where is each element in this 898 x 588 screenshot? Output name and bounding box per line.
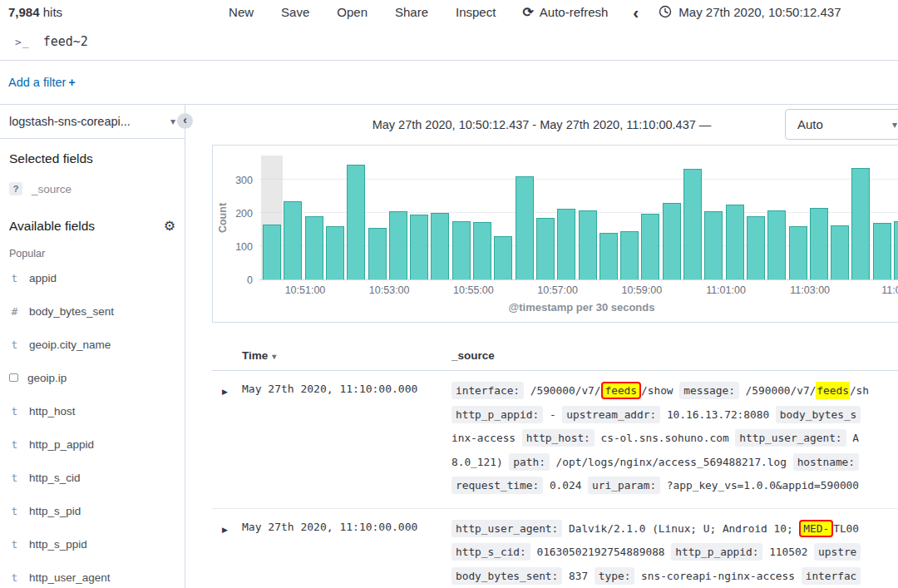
field-badge: http_s_cid: [451, 543, 530, 561]
field-badge: interfac [802, 567, 861, 585]
string-type-icon: t [9, 272, 20, 284]
x-tick: 11:05 [881, 284, 898, 296]
table-body: ▶May 27th 2020, 11:10:00.000interface: /… [212, 371, 898, 588]
y-tick: 100 [235, 241, 253, 253]
time-picker-button[interactable]: May 27th 2020, 10:50:12.437 [659, 5, 841, 19]
field-appid[interactable]: tappid [0, 261, 185, 294]
field-badge: body_bytes_s [776, 406, 861, 423]
histogram-bar[interactable] [368, 228, 387, 279]
field-http_host[interactable]: thttp_host [0, 394, 185, 427]
histogram-bar[interactable] [831, 225, 849, 279]
field-http_s_cid[interactable]: thttp_s_cid [0, 461, 185, 494]
auto-refresh-button[interactable]: ⟳ Auto-refresh [522, 4, 608, 20]
histogram-bar[interactable] [557, 209, 575, 279]
chevron-down-icon: ▾ [170, 116, 175, 127]
x-tick: 10:57:00 [537, 284, 578, 296]
histogram-bar[interactable] [389, 211, 407, 279]
menu-share[interactable]: Share [395, 5, 428, 19]
string-type-icon: t [9, 405, 20, 418]
expand-row-button[interactable]: ▶ [212, 517, 242, 588]
time-column-header[interactable]: Time▾ [242, 349, 451, 362]
field-http_p_appid[interactable]: thttp_p_appid [0, 427, 185, 461]
histogram-bar[interactable] [873, 223, 891, 279]
histogram-bar[interactable] [663, 203, 681, 279]
histogram-bar[interactable] [789, 226, 807, 279]
source-text: 110502 [762, 546, 814, 558]
histogram-bar[interactable] [851, 168, 870, 279]
histogram-bar[interactable] [305, 216, 323, 279]
main-panel: ‹ May 27th 2020, 10:50:12.437 - May 27th… [185, 105, 898, 588]
field-body_bytes_sent[interactable]: #body_bytes_sent [0, 294, 185, 328]
source-text: - [543, 408, 562, 421]
histogram-bar[interactable] [641, 214, 659, 279]
histogram-bar[interactable] [683, 169, 702, 279]
histogram-bar[interactable] [810, 208, 828, 279]
field-http_user_agent[interactable]: thttp_user_agent [0, 561, 185, 588]
histogram-bar[interactable] [767, 210, 786, 279]
interval-select[interactable]: Auto ▾ [785, 109, 898, 140]
y-axis: Count 0100200300 [213, 156, 259, 280]
source-text: /sh [850, 384, 869, 397]
highlighted-term: MED- [799, 520, 833, 537]
field-badge: upstream_addr: [562, 406, 660, 423]
popular-field-list: tappid#body_bytes_senttgeoip.city_namege… [0, 261, 185, 588]
number-type-icon: # [9, 305, 20, 318]
chart-time-range-label: May 27th 2020, 10:50:12.437 - May 27th 2… [373, 118, 712, 131]
histogram-bar[interactable] [747, 216, 765, 279]
sort-descending-icon: ▾ [272, 352, 276, 361]
time-picker-label: May 27th 2020, 10:50:12.437 [678, 5, 841, 19]
string-type-icon: t [9, 505, 20, 517]
histogram-bar[interactable] [410, 215, 428, 279]
string-type-icon: t [9, 438, 20, 451]
histogram-bar[interactable] [704, 211, 723, 279]
gear-icon[interactable]: ⚙ [164, 218, 175, 234]
field-http_s_ppid[interactable]: thttp_s_ppid [0, 527, 185, 561]
menu-new[interactable]: New [229, 5, 254, 19]
index-pattern-label: logstash-sns-coreapi... [9, 115, 131, 128]
histogram-bar[interactable] [263, 225, 281, 279]
menu-inspect[interactable]: Inspect [456, 5, 496, 19]
field-_source[interactable]: ?_source [0, 172, 185, 205]
collapse-sidebar-button[interactable]: ‹ [177, 113, 193, 129]
source-text: TL00 [833, 522, 859, 535]
histogram-bar[interactable] [536, 218, 555, 279]
clock-icon [659, 5, 672, 18]
source-text: 837 [562, 570, 595, 582]
filter-bar: Add a filter+ [0, 61, 898, 105]
x-axis: 10:51:0010:53:0010:55:0010:57:0010:59:00… [259, 280, 898, 299]
histogram-bar[interactable] [473, 222, 491, 279]
menu-save[interactable]: Save [281, 5, 309, 19]
histogram-bar[interactable] [516, 176, 534, 279]
histogram-chart: Count 0100200300 10:51:0010:53:0010:55:0… [212, 145, 898, 323]
field-geoip.city_name[interactable]: tgeoip.city_name [0, 328, 185, 361]
string-type-icon: t [9, 338, 20, 351]
histogram-bar[interactable] [894, 221, 898, 279]
field-badge: http_host: [522, 429, 595, 447]
search-query-input[interactable]: feed~2 [43, 34, 88, 49]
menu-open[interactable]: Open [337, 5, 368, 19]
histogram-bar[interactable] [494, 236, 512, 279]
field-badge: http_p_appid: [451, 406, 543, 423]
field-http_s_pid[interactable]: thttp_s_pid [0, 494, 185, 527]
histogram-bar[interactable] [599, 233, 618, 279]
field-name: _source [32, 183, 72, 195]
field-badge: http_user_agent: [451, 520, 562, 537]
field-geoip.ip[interactable]: geoip.ip [0, 361, 185, 394]
histogram-bar[interactable] [326, 226, 344, 279]
string-type-icon: t [9, 538, 20, 551]
expand-row-button[interactable]: ▶ [212, 379, 242, 498]
string-type-icon: t [9, 472, 20, 484]
histogram-bar[interactable] [726, 205, 744, 279]
field-badge: body_bytes_sent: [451, 567, 562, 585]
time-range-back-chevron-icon[interactable]: ‹ [633, 3, 639, 21]
source-text: sns-coreapi-nginx-access [634, 570, 801, 582]
add-filter-button[interactable]: Add a filter+ [8, 76, 76, 89]
histogram-bar[interactable] [347, 165, 365, 279]
histogram-bar[interactable] [579, 210, 597, 279]
histogram-bar[interactable] [620, 231, 639, 279]
histogram-bar[interactable] [452, 221, 471, 279]
source-text: cs-ol.sns.sohuno.com [595, 432, 736, 444]
index-pattern-selector[interactable]: logstash-sns-coreapi... ▾ [0, 105, 185, 139]
histogram-bar[interactable] [284, 201, 302, 279]
histogram-bar[interactable] [431, 213, 449, 279]
